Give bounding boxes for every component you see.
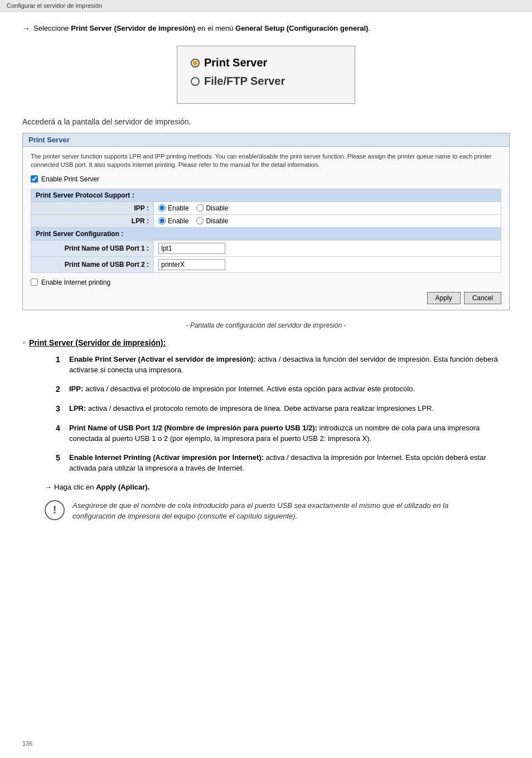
lpr-enable-text: Enable <box>168 217 188 225</box>
list-item-4: 4 Print Name of USB Port 1/2 (Nombre de … <box>56 423 510 444</box>
port2-value <box>154 256 501 272</box>
buttons-row: Apply Cancel <box>31 292 501 304</box>
lpr-disable-label[interactable]: Disable <box>196 217 228 225</box>
apply-line-text: Haga clic en Apply (Aplicar). <box>54 483 149 491</box>
server-select-box: Print Server File/FTP Server <box>177 46 355 104</box>
ipp-enable-radio[interactable] <box>158 204 166 212</box>
port2-input[interactable] <box>158 259 225 270</box>
subtitle-text: Accederá a la pantalla del servidor de i… <box>22 117 510 126</box>
port1-value <box>154 240 501 256</box>
ipp-enable-text: Enable <box>168 204 188 212</box>
cancel-button[interactable]: Cancel <box>464 292 501 304</box>
port2-label: Print Name of USB Port 2 : <box>31 256 154 272</box>
ipp-disable-radio[interactable] <box>196 204 204 212</box>
apply-line: → Haga clic en Apply (Aplicar). <box>45 483 510 491</box>
numbered-list: 1 Enable Print Server (Activar el servid… <box>56 354 510 474</box>
panel-body: The printer server function supports LPR… <box>23 147 509 310</box>
list-text-2: IPP: activa / desactiva el protocolo de … <box>69 383 510 395</box>
subsection-bullet: ○ <box>22 339 26 346</box>
lpr-enable-radio[interactable] <box>158 217 166 224</box>
note-text: Asegúrese de que el nombre de cola intro… <box>72 500 487 522</box>
list-text-1: Enable Print Server (Activar el servidor… <box>69 354 510 376</box>
intro-bold2: General Setup (Configuración general) <box>235 24 368 32</box>
protocol-header-row: Print Server Protocol Support : <box>31 189 501 202</box>
list-item-3: 3 LPR: activa / desactiva el protocolo r… <box>56 403 510 415</box>
ipp-row: IPP : Enable Disable <box>31 202 501 214</box>
print-server-panel: Print Server The printer server function… <box>22 133 510 310</box>
item5-bold: Enable Internet Printing (Activar impres… <box>69 453 264 462</box>
list-number-1: 1 <box>56 354 69 366</box>
enable-internet-label[interactable]: Enable Internet printing <box>41 279 110 286</box>
list-number-5: 5 <box>56 452 69 464</box>
lpr-label: LPR : <box>31 214 154 227</box>
ipp-disable-text: Disable <box>206 204 228 212</box>
subsection-label-text: Print Server (Servidor de impresión): <box>29 338 166 347</box>
item2-text: activa / desactiva el protocolo de impre… <box>83 385 415 393</box>
enable-internet-checkbox[interactable] <box>31 279 38 286</box>
apply-pre: Haga clic en <box>54 483 96 491</box>
panel-title: Print Server <box>23 133 509 147</box>
item1-bold: Enable Print Server (Activar el servidor… <box>69 355 256 363</box>
top-bar: Configurar el servidor de impresión <box>0 0 532 12</box>
lpr-disable-radio[interactable] <box>196 217 204 224</box>
list-item-5: 5 Enable Internet Printing (Activar impr… <box>56 452 510 474</box>
ipp-radio-group: Enable Disable <box>158 204 496 212</box>
ipp-enable-label[interactable]: Enable <box>158 204 188 212</box>
config-header-row: Print Server Configuration : <box>31 227 501 240</box>
list-item-2: 2 IPP: activa / desactiva el protocolo d… <box>56 383 510 395</box>
file-ftp-label: File/FTP Server <box>204 75 285 88</box>
subsection-heading: ○ Print Server (Servidor de impresión): <box>22 338 510 347</box>
arrow-symbol: → <box>22 23 30 35</box>
enable-print-server-row: Enable Print Server <box>31 175 501 183</box>
item2-bold: IPP: <box>69 385 83 393</box>
protocol-header-cell: Print Server Protocol Support : <box>31 189 501 202</box>
enable-print-server-label[interactable]: Enable Print Server <box>41 175 99 183</box>
lpr-value: Enable Disable <box>154 214 501 227</box>
ipp-value: Enable Disable <box>154 202 501 214</box>
top-bar-label: Configurar el servidor de impresión <box>7 2 102 9</box>
ipp-label: IPP : <box>31 202 154 214</box>
list-item-1: 1 Enable Print Server (Activar el servid… <box>56 354 510 376</box>
apply-arrow: → <box>45 483 52 491</box>
note-box: ! Asegúrese de que el nombre de cola int… <box>45 500 487 522</box>
subsection-label: Print Server (Servidor de impresión): <box>29 338 166 347</box>
main-content: → Seleccione Print Server (Servidor de i… <box>0 12 532 539</box>
print-server-radio[interactable] <box>191 59 200 68</box>
apply-button[interactable]: Apply <box>427 292 461 304</box>
ipp-disable-label[interactable]: Disable <box>196 204 228 212</box>
lpr-row: LPR : Enable Disable <box>31 214 501 227</box>
note-icon: ! <box>45 500 65 520</box>
file-ftp-radio[interactable] <box>191 77 200 86</box>
file-ftp-server-option[interactable]: File/FTP Server <box>191 75 341 88</box>
config-header-cell: Print Server Configuration : <box>31 227 501 240</box>
port2-row: Print Name of USB Port 2 : <box>31 256 501 272</box>
lpr-enable-label[interactable]: Enable <box>158 217 188 225</box>
enable-internet-row: Enable Internet printing <box>31 279 501 286</box>
lpr-disable-text: Disable <box>206 217 228 225</box>
port1-label: Print Name of USB Port 1 : <box>31 240 154 256</box>
print-server-option[interactable]: Print Server <box>191 56 341 69</box>
item3-text: activa / desactiva el protocolo remoto d… <box>86 404 434 412</box>
item4-bold: Print Name of USB Port 1/2 (Nombre de im… <box>69 424 317 432</box>
list-text-3: LPR: activa / desactiva el protocolo rem… <box>69 403 510 414</box>
intro-mid: en el menú <box>197 24 235 32</box>
enable-print-server-checkbox[interactable] <box>31 175 38 183</box>
item3-bold: LPR: <box>69 404 86 412</box>
list-text-5: Enable Internet Printing (Activar impres… <box>69 452 510 474</box>
list-number-2: 2 <box>56 383 69 395</box>
list-number-4: 4 <box>56 423 69 434</box>
config-table: Print Server Protocol Support : IPP : En… <box>31 189 501 273</box>
lpr-radio-group: Enable Disable <box>158 217 496 225</box>
print-server-label: Print Server <box>204 56 267 69</box>
list-text-4: Print Name of USB Port 1/2 (Nombre de im… <box>69 423 510 444</box>
panel-description: The printer server function supports LPR… <box>31 152 501 170</box>
page-number: 136 <box>22 740 32 747</box>
port1-row: Print Name of USB Port 1 : <box>31 240 501 256</box>
panel-caption: - Pantalla de configuración del servidor… <box>22 322 510 329</box>
note-icon-symbol: ! <box>53 503 57 516</box>
intro-bold1: Print Server (Servidor de impresión) <box>71 24 195 32</box>
port1-input[interactable] <box>158 243 225 254</box>
list-number-3: 3 <box>56 403 69 415</box>
apply-bold: Apply (Aplicar). <box>96 483 149 491</box>
intro-line: → Seleccione Print Server (Servidor de i… <box>22 23 510 35</box>
